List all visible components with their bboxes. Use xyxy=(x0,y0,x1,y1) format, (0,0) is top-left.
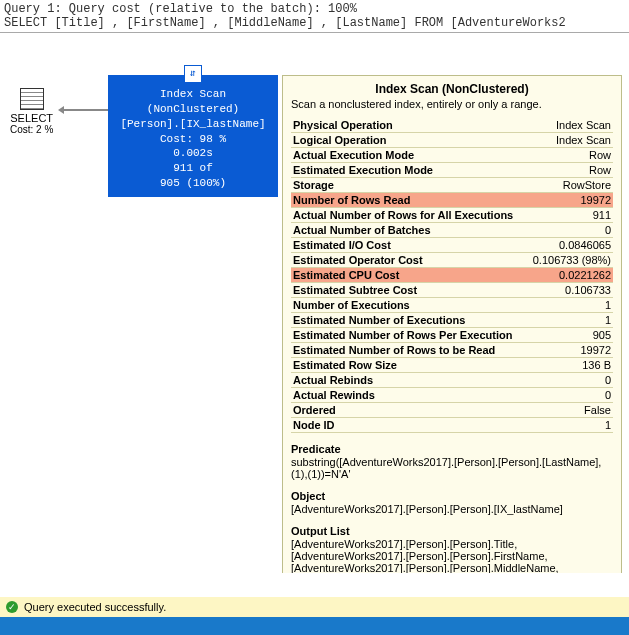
tooltip-row: Estimated Number of Rows to be Read19972 xyxy=(291,343,613,358)
object-value: [AdventureWorks2017].[Person].[Person].[… xyxy=(291,503,613,515)
tooltip-row-value: Index Scan xyxy=(527,118,613,133)
tooltip-row-value: 905 xyxy=(527,328,613,343)
tooltip-row-key: Logical Operation xyxy=(291,133,527,148)
table-icon xyxy=(20,88,44,110)
tooltip-row-key: Estimated I/O Cost xyxy=(291,238,527,253)
status-message: Query executed successfully. xyxy=(24,601,166,613)
operator-tooltip: Index Scan (NonClustered) Scan a nonclus… xyxy=(282,75,622,573)
tooltip-row-value: 0.0846065 xyxy=(527,238,613,253)
success-icon: ✓ xyxy=(6,601,18,613)
tooltip-row: Actual Execution ModeRow xyxy=(291,148,613,163)
tooltip-row-value: Index Scan xyxy=(527,133,613,148)
tooltip-object: Object [AdventureWorks2017].[Person].[Pe… xyxy=(291,490,613,515)
query-sql-line: SELECT [Title] , [FirstName] , [MiddleNa… xyxy=(4,16,625,30)
tooltip-row-value: 136 B xyxy=(527,358,613,373)
plan-node-select[interactable]: SELECT Cost: 2 % xyxy=(10,88,53,135)
tooltip-row-key: Number of Rows Read xyxy=(291,193,527,208)
tooltip-predicate: Predicate substring([AdventureWorks2017]… xyxy=(291,443,613,480)
tooltip-row-key: Estimated Number of Rows to be Read xyxy=(291,343,527,358)
tooltip-row-key: Actual Execution Mode xyxy=(291,148,527,163)
predicate-value: substring([AdventureWorks2017].[Person].… xyxy=(291,456,613,480)
tooltip-row: Actual Number of Batches0 xyxy=(291,223,613,238)
tooltip-row: Estimated Number of Executions1 xyxy=(291,313,613,328)
tooltip-row-key: Node ID xyxy=(291,418,527,433)
tooltip-row-key: Physical Operation xyxy=(291,118,527,133)
select-node-label: SELECT xyxy=(10,112,53,124)
select-node-cost: Cost: 2 % xyxy=(10,124,53,135)
tooltip-row: Actual Rewinds0 xyxy=(291,388,613,403)
tooltip-properties-table: Physical OperationIndex ScanLogical Oper… xyxy=(291,118,613,433)
tooltip-row: Physical OperationIndex Scan xyxy=(291,118,613,133)
tooltip-row-value: 1 xyxy=(527,418,613,433)
tooltip-output-list: Output List [AdventureWorks2017].[Person… xyxy=(291,525,613,573)
tooltip-row: Actual Rebinds0 xyxy=(291,373,613,388)
tooltip-row-value: 0 xyxy=(527,373,613,388)
tooltip-row-key: Estimated Row Size xyxy=(291,358,527,373)
tooltip-row-value: 1 xyxy=(527,313,613,328)
tooltip-row-value: 0 xyxy=(527,223,613,238)
tooltip-row-key: Actual Rebinds xyxy=(291,373,527,388)
op-node-cost: Cost: 98 % xyxy=(112,132,274,147)
op-node-rows-of: 911 of xyxy=(112,161,274,176)
predicate-label: Predicate xyxy=(291,443,613,455)
tooltip-row: Estimated Operator Cost0.106733 (98%) xyxy=(291,253,613,268)
tooltip-row-key: Ordered xyxy=(291,403,527,418)
tooltip-row: Estimated CPU Cost0.0221262 xyxy=(291,268,613,283)
tooltip-row: OrderedFalse xyxy=(291,403,613,418)
op-node-time: 0.002s xyxy=(112,146,274,161)
status-bar: ✓ Query executed successfully. xyxy=(0,597,629,617)
output-list-value: [AdventureWorks2017].[Person].[Person].T… xyxy=(291,538,613,573)
tooltip-row-key: Estimated Execution Mode xyxy=(291,163,527,178)
tooltip-row-key: Estimated CPU Cost xyxy=(291,268,527,283)
tooltip-row-value: Row xyxy=(527,163,613,178)
tooltip-row: Actual Number of Rows for All Executions… xyxy=(291,208,613,223)
output-list-label: Output List xyxy=(291,525,613,537)
tooltip-row-key: Estimated Operator Cost xyxy=(291,253,527,268)
tooltip-row-value: 1 xyxy=(527,298,613,313)
tooltip-row-key: Storage xyxy=(291,178,527,193)
tooltip-row: Estimated Row Size136 B xyxy=(291,358,613,373)
tooltip-row-key: Actual Rewinds xyxy=(291,388,527,403)
query-header: Query 1: Query cost (relative to the bat… xyxy=(0,0,629,33)
tooltip-subtitle: Scan a nonclustered index, entirely or o… xyxy=(291,98,613,110)
tooltip-row-value: 911 xyxy=(527,208,613,223)
tooltip-row-value: 0.106733 (98%) xyxy=(527,253,613,268)
tooltip-row-value: False xyxy=(527,403,613,418)
tooltip-row-value: 0 xyxy=(527,388,613,403)
tooltip-row: Logical OperationIndex Scan xyxy=(291,133,613,148)
tooltip-row-value: Row xyxy=(527,148,613,163)
tooltip-row-key: Number of Executions xyxy=(291,298,527,313)
tooltip-row-key: Estimated Number of Rows Per Execution xyxy=(291,328,527,343)
tooltip-row-value: 19972 xyxy=(527,343,613,358)
tooltip-row: Estimated Execution ModeRow xyxy=(291,163,613,178)
tooltip-row-value: 0.0221262 xyxy=(527,268,613,283)
tooltip-title: Index Scan (NonClustered) xyxy=(291,82,613,96)
op-node-rows-pct: 905 (100%) xyxy=(112,176,274,191)
op-node-object: [Person].[IX_lastName] xyxy=(112,117,274,132)
tooltip-row: Estimated Number of Rows Per Execution90… xyxy=(291,328,613,343)
tooltip-row: Estimated I/O Cost0.0846065 xyxy=(291,238,613,253)
tooltip-row-value: 19972 xyxy=(527,193,613,208)
tooltip-row: StorageRowStore xyxy=(291,178,613,193)
tooltip-row-key: Estimated Number of Executions xyxy=(291,313,527,328)
tooltip-row-key: Actual Number of Batches xyxy=(291,223,527,238)
execution-plan-canvas[interactable]: SELECT Cost: 2 % ⇵ Index Scan (NonCluste… xyxy=(0,33,629,573)
tooltip-row: Node ID1 xyxy=(291,418,613,433)
tooltip-row: Number of Executions1 xyxy=(291,298,613,313)
bottom-strip xyxy=(0,617,629,635)
tooltip-row-value: RowStore xyxy=(527,178,613,193)
tooltip-row-key: Estimated Subtree Cost xyxy=(291,283,527,298)
plan-arrow xyxy=(64,109,108,111)
op-node-title: Index Scan (NonClustered) xyxy=(112,87,274,117)
plan-node-index-scan[interactable]: ⇵ Index Scan (NonClustered) [Person].[IX… xyxy=(108,75,278,197)
tooltip-row: Number of Rows Read19972 xyxy=(291,193,613,208)
tooltip-row-value: 0.106733 xyxy=(527,283,613,298)
tooltip-row-key: Actual Number of Rows for All Executions xyxy=(291,208,527,223)
tooltip-row: Estimated Subtree Cost0.106733 xyxy=(291,283,613,298)
query-cost-line: Query 1: Query cost (relative to the bat… xyxy=(4,2,625,16)
plan-operator-icon: ⇵ xyxy=(184,65,202,83)
object-label: Object xyxy=(291,490,613,502)
